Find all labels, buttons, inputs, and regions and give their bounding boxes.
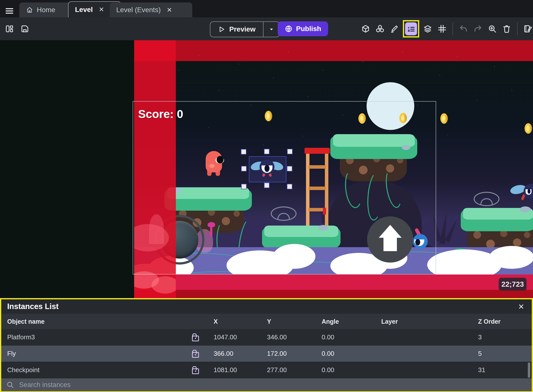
instance-name: Platform3 (1, 333, 185, 341)
instance-y[interactable]: 346.00 (258, 333, 313, 341)
home-icon (26, 6, 33, 14)
tab-bar: Home Level ✕ Level (Events) ✕ (0, 0, 533, 17)
toggle-panels-button[interactable] (3, 22, 15, 36)
instance-y[interactable]: 277.00 (258, 366, 313, 374)
selection-handle[interactable] (287, 166, 292, 171)
instance-name: Fly (1, 350, 185, 357)
selection-handle[interactable] (287, 149, 293, 154)
panel-close-icon[interactable]: ✕ (518, 302, 524, 311)
selection-handle[interactable] (241, 184, 247, 189)
layers-button[interactable] (422, 22, 434, 35)
save-button[interactable] (19, 22, 31, 36)
redo-button[interactable] (472, 22, 484, 35)
hamburger-icon (5, 6, 14, 15)
3d-box-tool-button[interactable] (360, 22, 372, 35)
objects-cubes-icon (376, 24, 384, 33)
preview-button[interactable]: Preview (210, 25, 263, 33)
instance-y[interactable]: 172.00 (258, 350, 313, 357)
edit-events-button[interactable] (522, 22, 533, 35)
preview-dropdown-button[interactable] (263, 22, 279, 37)
instance-x[interactable]: 1047.00 (205, 333, 258, 341)
redo-icon (473, 24, 482, 33)
instance-x[interactable]: 366.00 (205, 350, 258, 357)
selection-handle[interactable] (241, 166, 247, 171)
fly-enemy[interactable] (514, 184, 533, 203)
tab-level-events-close-icon[interactable]: ✕ (167, 6, 172, 14)
score-text: Score: 0 (138, 107, 183, 121)
cube-3d-icon (361, 24, 370, 33)
chevron-down-icon (268, 26, 275, 33)
col-layer: Layer (373, 318, 469, 325)
play-icon (218, 26, 225, 33)
table-row-fly-selected[interactable]: Fly 366.00 172.00 0.00 5 (1, 346, 532, 362)
layers-icon (423, 24, 432, 33)
selection-handle[interactable] (287, 184, 292, 189)
tab-level-label: Level (75, 6, 93, 14)
tab-level-events[interactable]: Level (Events) ✕ (110, 2, 192, 17)
zoom-button[interactable] (486, 22, 498, 35)
col-z-order: Z Order (469, 318, 532, 325)
search-row (1, 378, 532, 391)
publish-label: Publish (296, 25, 321, 33)
instance-x[interactable]: 1081.00 (205, 366, 258, 374)
lock-toggle[interactable] (185, 350, 205, 358)
selection-handle[interactable] (241, 149, 246, 155)
layout-panels-icon (5, 24, 14, 33)
globe-icon (285, 25, 293, 33)
objects-list-button[interactable] (374, 22, 386, 35)
closed-eye-creature[interactable] (474, 192, 499, 206)
coin[interactable] (440, 113, 448, 124)
instance-z-order[interactable]: 31 (469, 366, 532, 374)
toolbar-separator (453, 22, 453, 35)
delete-button[interactable] (501, 22, 513, 35)
trash-icon (502, 24, 511, 33)
red-ceiling-band[interactable] (134, 40, 533, 61)
undo-button[interactable] (457, 22, 469, 35)
panel-title-row: Instances List ✕ (1, 299, 532, 314)
lock-toggle[interactable] (185, 366, 205, 374)
grid-button[interactable] (436, 22, 448, 35)
selection-handle[interactable] (264, 149, 269, 154)
instances-list-icon (407, 24, 416, 33)
panel-title: Instances List (7, 302, 59, 311)
instance-angle[interactable]: 0.00 (313, 366, 373, 374)
fly-enemy-selected[interactable] (258, 159, 276, 179)
panel-scrollbar[interactable] (528, 362, 530, 378)
edit-object-button[interactable] (388, 22, 400, 35)
coin[interactable] (525, 123, 532, 134)
toolbar: Preview Publish (0, 17, 533, 40)
zoom-in-icon (488, 24, 497, 33)
tab-level-events-label: Level (Events) (116, 6, 161, 14)
instance-z-order[interactable]: 5 (469, 350, 532, 357)
scene-editor-canvas[interactable]: 22;723 Score: 0 (0, 40, 533, 298)
unlock-icon (192, 350, 198, 358)
instance-z-order[interactable]: 3 (469, 333, 532, 341)
instance-angle[interactable]: 0.00 (313, 350, 373, 357)
publish-button[interactable]: Publish (278, 21, 328, 36)
instances-list-highlight-box (403, 20, 419, 38)
instance-angle[interactable]: 0.00 (313, 333, 373, 341)
camera-frame (133, 101, 436, 274)
selection-handle[interactable] (264, 183, 269, 188)
col-angle: Angle (313, 318, 373, 325)
instances-rows: Platform3 1047.00 346.00 0.00 3 Fly 366.… (1, 329, 532, 378)
red-floor-strip (134, 274, 533, 290)
unlock-icon (192, 333, 198, 341)
save-icon (20, 24, 29, 33)
instances-list-panel: Instances List ✕ Object name X Y Angle L… (0, 298, 533, 392)
gdevelop-editor-window: Home Level ✕ Level (Events) ✕ (0, 0, 533, 392)
search-input[interactable] (19, 381, 532, 389)
red-floor-strip-dark (134, 290, 533, 298)
tab-level-close-icon[interactable]: ✕ (99, 6, 104, 13)
cursor-position-badge: 22;723 (499, 278, 527, 291)
col-object-name: Object name (1, 318, 185, 325)
instances-table-header: Object name X Y Angle Layer Z Order (1, 314, 532, 329)
table-row-platform3[interactable]: Platform3 1047.00 346.00 0.00 3 (1, 329, 532, 346)
main-menu-button[interactable] (3, 4, 15, 18)
instances-list-button[interactable] (405, 22, 417, 35)
toolbar-separator (517, 22, 518, 35)
instance-name: Checkpoint (1, 366, 185, 374)
table-row-checkpoint[interactable]: Checkpoint 1081.00 277.00 0.00 31 (1, 362, 532, 378)
grid-icon (438, 24, 447, 33)
lock-toggle[interactable] (185, 333, 205, 341)
